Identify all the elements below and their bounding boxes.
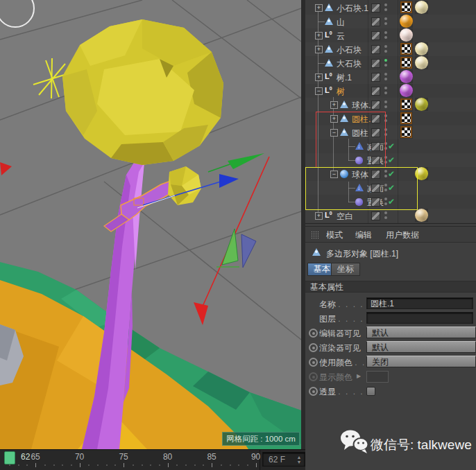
enabled-check-icon[interactable]: ✔ [388, 155, 395, 165]
texture-tag[interactable] [400, 1, 413, 14]
object-row-减面[interactable]: 减面✔ [305, 139, 476, 153]
layer-tag[interactable] [371, 170, 380, 179]
visibility-dots[interactable] [384, 17, 387, 27]
object-row-山[interactable]: 山 [305, 15, 476, 28]
visibility-dots[interactable] [384, 198, 387, 207]
layer-tag[interactable] [371, 156, 380, 165]
visibility-dots[interactable] [384, 156, 387, 166]
material-tag[interactable] [415, 56, 428, 69]
expand-arrow-icon[interactable]: ▶ [357, 373, 361, 379]
object-label[interactable]: 小石块 [337, 44, 362, 56]
object-row-大石块[interactable]: 大石块 [305, 56, 476, 70]
menu-userdata[interactable]: 用户数据 [386, 229, 419, 241]
layer-tag[interactable] [371, 114, 380, 123]
layer-tag[interactable] [371, 198, 380, 207]
keyframe-dot[interactable] [309, 387, 318, 396]
expand-toggle[interactable]: + [330, 115, 338, 123]
layer-tag[interactable] [371, 59, 380, 68]
object-label[interactable]: 小石块.1 [337, 3, 368, 15]
layer-tag[interactable] [371, 31, 380, 40]
visibility-dots[interactable] [384, 87, 387, 96]
visibility-dots[interactable] [384, 101, 387, 110]
object-row-圆柱.1[interactable]: +圆柱.1 [305, 112, 476, 125]
material-tag[interactable] [400, 84, 413, 97]
dropdown-编辑器可见[interactable]: 默认 [366, 327, 476, 338]
object-row-置换[interactable]: 置换✔ [305, 195, 476, 209]
dropdown-使用颜色[interactable]: 关闭 [366, 356, 476, 367]
layer-tag[interactable] [371, 184, 380, 193]
dropdown-渲染器可见[interactable]: 默认 [366, 341, 476, 353]
color-swatch[interactable] [366, 371, 389, 383]
text-field-图层[interactable] [366, 312, 473, 324]
layer-tag[interactable] [371, 142, 380, 151]
object-row-置换[interactable]: 置换✔ [305, 153, 476, 167]
object-label[interactable]: 山 [337, 17, 345, 28]
texture-tag[interactable] [400, 125, 413, 139]
visibility-dots[interactable] [384, 114, 387, 124]
frame-spinner[interactable]: ▲▼ [296, 455, 302, 464]
timeline-playhead[interactable] [4, 451, 15, 464]
object-label[interactable]: 圆柱 [352, 128, 368, 139]
visibility-dots[interactable] [384, 128, 387, 138]
layer-tag[interactable] [371, 17, 380, 26]
material-tag[interactable] [400, 28, 413, 42]
visibility-dots[interactable] [384, 3, 387, 13]
tab-coordinates[interactable]: 坐标 [331, 263, 360, 276]
panel-menu-icon[interactable] [311, 231, 320, 238]
text-field-名称[interactable]: 圆柱.1 [366, 297, 473, 309]
object-row-云[interactable]: +L0云 [305, 28, 476, 42]
layer-tag[interactable] [371, 45, 380, 54]
layer-tag[interactable] [371, 211, 380, 220]
expand-toggle[interactable]: − [330, 171, 338, 178]
object-row-空白[interactable]: +L0空白 [305, 209, 476, 223]
object-label[interactable]: 大石块 [337, 58, 362, 70]
layer-tag[interactable] [371, 128, 380, 137]
visibility-dots[interactable] [384, 211, 387, 221]
expand-toggle[interactable]: + [330, 101, 338, 109]
object-row-球体.1[interactable]: +球体.1 [305, 98, 476, 112]
material-tag[interactable] [415, 42, 428, 55]
expand-toggle[interactable]: + [315, 4, 323, 12]
object-label[interactable]: 树.1 [337, 72, 352, 84]
keyframe-dot[interactable] [309, 343, 318, 352]
frame-number-field[interactable]: 62 F ▲▼ [262, 452, 305, 467]
visibility-dots[interactable] [384, 73, 387, 82]
visibility-dots[interactable] [384, 45, 387, 55]
object-row-小石块[interactable]: +小石块 [305, 42, 476, 56]
expand-toggle[interactable]: + [315, 212, 323, 220]
material-tag[interactable] [400, 70, 413, 83]
visibility-dots[interactable] [384, 142, 387, 152]
object-row-小石块.1[interactable]: +小石块.1 [305, 1, 476, 15]
material-tag[interactable] [415, 98, 428, 111]
material-tag[interactable] [400, 15, 413, 28]
object-row-树[interactable]: −L0树 [305, 84, 476, 98]
object-row-树.1[interactable]: +L0树.1 [305, 70, 476, 84]
object-label[interactable]: 树 [337, 86, 345, 98]
enabled-check-icon[interactable]: ✔ [388, 183, 395, 193]
layer-tag[interactable] [371, 73, 380, 82]
enabled-check-icon[interactable]: ✔ [388, 141, 395, 151]
visibility-dots[interactable] [384, 170, 387, 180]
visibility-dots[interactable] [384, 59, 387, 69]
texture-tag[interactable] [400, 42, 413, 55]
section-header-basic[interactable]: 基本属性 [305, 281, 476, 293]
enabled-check-icon[interactable]: ✔ [388, 169, 395, 179]
expand-toggle[interactable]: + [315, 46, 323, 53]
expand-toggle[interactable]: − [330, 129, 338, 137]
layer-tag[interactable] [371, 3, 380, 12]
object-label[interactable]: 云 [337, 31, 345, 42]
viewport-3d[interactable] [0, 0, 301, 449]
keyframe-dot[interactable] [309, 372, 318, 381]
keyframe-dot[interactable] [309, 329, 318, 338]
object-row-圆柱[interactable]: −圆柱 [305, 125, 476, 139]
object-row-球体[interactable]: −球体✔ [305, 167, 476, 181]
expand-toggle[interactable]: − [315, 87, 323, 95]
menu-mode[interactable]: 模式 [326, 229, 343, 241]
object-row-减面[interactable]: 减面✔ [305, 181, 476, 195]
menu-edit[interactable]: 编辑 [355, 229, 372, 241]
material-tag[interactable] [415, 209, 428, 222]
object-label[interactable]: 空白 [337, 211, 353, 223]
keyframe-dot[interactable] [309, 358, 318, 367]
material-tag[interactable] [415, 167, 428, 180]
visibility-dots[interactable] [384, 184, 387, 193]
